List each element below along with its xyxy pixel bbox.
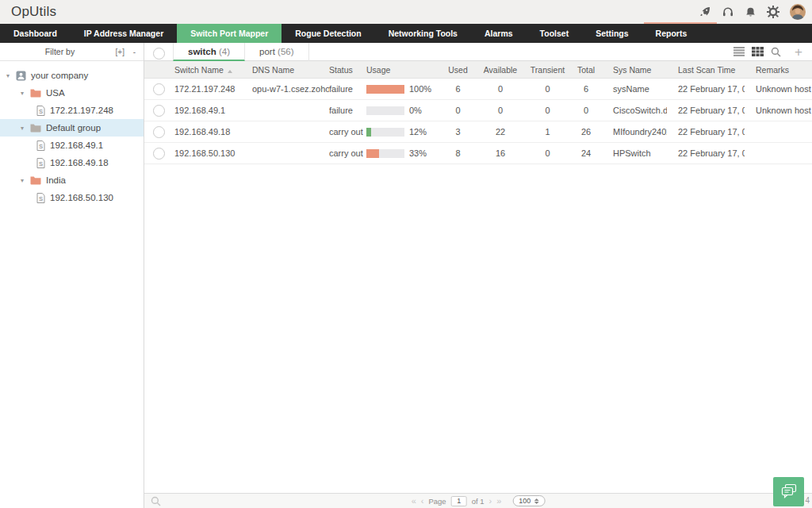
search-icon[interactable] xyxy=(771,47,781,57)
nav-item-rogue-detection[interactable]: Rogue Detection xyxy=(282,24,374,43)
tab-bar: switch (4)port (56) + xyxy=(144,43,812,61)
tree-item-label: your company xyxy=(31,71,88,80)
prev-page-button[interactable]: ‹ xyxy=(421,496,424,506)
bell-icon[interactable] xyxy=(745,6,756,18)
column-header-label: Used xyxy=(448,65,468,75)
grid-view-icon[interactable] xyxy=(752,47,764,56)
live-chat-button[interactable] xyxy=(773,477,804,506)
collapse-all-button[interactable]: - xyxy=(133,43,136,61)
cell-dns-name: opu-w7-1.csez.zohoco... xyxy=(252,84,329,94)
tree-item-label: Default group xyxy=(46,123,101,133)
cell-last-scan-time: 22 February 17, 02:00 ... xyxy=(667,84,745,94)
row-select-radio[interactable] xyxy=(153,126,165,138)
nav-item-ip-address-manager[interactable]: IP Address Manager xyxy=(71,24,177,43)
footer-search-icon[interactable] xyxy=(151,496,161,506)
tree-item-192-168-49-1[interactable]: S192.168.49.1 xyxy=(0,137,144,154)
caret-down-icon[interactable]: ▾ xyxy=(21,177,30,184)
row-select-cell xyxy=(144,105,174,117)
cell-usage: 12% xyxy=(366,127,440,137)
tree-item-192-168-49-18[interactable]: S192.168.49.18 xyxy=(0,154,144,171)
tree-item-172-21-197-248[interactable]: S172.21.197.248 xyxy=(0,102,144,119)
caret-down-icon[interactable]: ▾ xyxy=(21,125,30,132)
switch-icon: S xyxy=(36,106,45,116)
add-switch-button[interactable]: + xyxy=(795,45,802,59)
row-select-radio[interactable] xyxy=(153,105,165,117)
cell-switch-name: 192.168.49.1 xyxy=(174,106,252,115)
cell-transient: 0 xyxy=(525,148,570,158)
column-header-status[interactable]: Status xyxy=(329,65,366,75)
column-header-used[interactable]: Used xyxy=(440,65,476,75)
folder-icon xyxy=(30,175,41,185)
column-header-label: Last Scan Time xyxy=(678,65,735,75)
expand-all-button[interactable]: [+] xyxy=(116,43,124,61)
column-header-transient[interactable]: Transient xyxy=(525,65,570,75)
tree-item-192-168-50-130[interactable]: S192.168.50.130 xyxy=(0,189,144,206)
column-header-last-scan-time[interactable]: Last Scan Time xyxy=(667,65,745,75)
cell-total: 24 xyxy=(570,148,602,158)
tree-item-usa[interactable]: ▾USA xyxy=(0,84,144,102)
table-row[interactable]: 192.168.49.1failure0%0000CiscoSwitch.dev… xyxy=(144,100,812,121)
company-icon xyxy=(16,71,26,81)
column-header-dns-name[interactable]: DNS Name xyxy=(252,65,329,75)
column-header-usage[interactable]: Usage xyxy=(366,65,440,75)
row-select-radio[interactable] xyxy=(153,83,165,95)
tree-item-label: India xyxy=(46,175,66,185)
column-header-label: Switch Name xyxy=(174,65,224,75)
tabs: switch (4)port (56) xyxy=(173,43,309,60)
row-select-radio[interactable] xyxy=(153,148,165,160)
cell-used: 3 xyxy=(440,127,476,137)
column-header-sys-name[interactable]: Sys Name xyxy=(602,65,667,75)
cell-total: 0 xyxy=(570,106,602,115)
tab-label: port xyxy=(259,47,275,56)
nav-item-toolset[interactable]: Toolset xyxy=(527,24,583,43)
device-tree-sidebar: Filter by [+] - ▾your company▾USAS172.21… xyxy=(0,43,144,508)
cell-sys-name: CiscoSwitch.devic... xyxy=(602,106,667,115)
page-number-input[interactable] xyxy=(451,496,467,506)
table-row[interactable]: 192.168.49.18carry out12%322126MIfoundry… xyxy=(144,121,812,143)
nav-item-reports[interactable]: Reports xyxy=(642,24,701,43)
column-header-switch-name[interactable]: Switch Name xyxy=(174,65,252,75)
usage-bar xyxy=(366,106,404,115)
user-avatar[interactable] xyxy=(790,4,806,20)
tree-item-default-group[interactable]: ▾Default group xyxy=(0,119,144,137)
cell-remarks: Unknown host - '... xyxy=(745,106,812,115)
headset-icon[interactable] xyxy=(722,6,734,18)
cell-switch-name: 192.168.50.130 xyxy=(174,148,252,158)
usage-bar-fill xyxy=(366,85,404,94)
nav-item-settings[interactable]: Settings xyxy=(582,24,642,43)
table-row[interactable]: 192.168.50.130carry out33%816024HPSwitch… xyxy=(144,143,812,164)
tree-item-your-company[interactable]: ▾your company xyxy=(0,67,144,84)
select-all-radio[interactable] xyxy=(153,48,165,60)
caret-down-icon[interactable]: ▾ xyxy=(6,72,16,79)
nav-item-switch-port-mapper[interactable]: Switch Port Mapper xyxy=(177,24,282,43)
tab-switch[interactable]: switch (4) xyxy=(173,43,245,61)
column-header-available[interactable]: Available xyxy=(476,65,525,75)
cell-switch-name: 172.21.197.248 xyxy=(174,84,252,94)
caret-down-icon[interactable]: ▾ xyxy=(21,90,30,97)
cell-available: 0 xyxy=(476,106,525,115)
next-page-button[interactable]: › xyxy=(489,496,492,506)
cell-switch-name: 192.168.49.18 xyxy=(174,127,252,137)
column-header-label: Sys Name xyxy=(613,65,651,75)
usage-bar-fill xyxy=(366,128,371,137)
table-header: Switch NameDNS NameStatusUsageUsedAvaila… xyxy=(144,61,812,79)
column-header-remarks[interactable]: Remarks xyxy=(745,65,812,75)
tab-port[interactable]: port (56) xyxy=(245,43,308,61)
cell-sys-name: HPSwitch xyxy=(602,148,667,158)
tree-item-india[interactable]: ▾India xyxy=(0,171,144,189)
cell-used: 6 xyxy=(440,84,476,94)
page-size-select[interactable]: 100 xyxy=(512,495,545,506)
first-page-button[interactable]: « xyxy=(412,496,416,506)
sort-asc-icon[interactable] xyxy=(228,70,232,73)
list-view-icon[interactable] xyxy=(733,47,745,56)
nav-item-networking-tools[interactable]: Networking Tools xyxy=(375,24,471,43)
last-page-button[interactable]: » xyxy=(496,496,501,506)
svg-text:S: S xyxy=(39,195,43,202)
nav-item-dashboard[interactable]: Dashboard xyxy=(0,24,71,43)
column-header-total[interactable]: Total xyxy=(570,65,602,75)
gear-icon[interactable] xyxy=(767,6,779,18)
rocket-icon[interactable] xyxy=(699,6,711,18)
table-row[interactable]: 172.21.197.248opu-w7-1.csez.zohoco...fai… xyxy=(144,79,812,100)
nav-item-alarms[interactable]: Alarms xyxy=(471,24,527,43)
usage-bar xyxy=(366,85,404,94)
